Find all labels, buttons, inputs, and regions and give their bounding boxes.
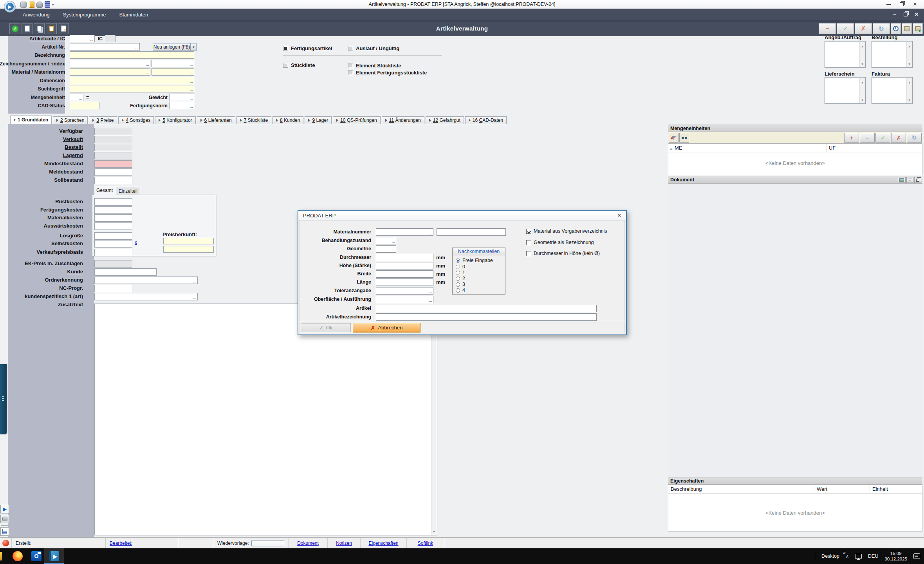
breite-input[interactable] <box>376 270 433 278</box>
dock-tools-button[interactable] <box>0 515 9 523</box>
zeichnungsnummer-input[interactable] <box>70 60 150 67</box>
element-fertigungsstueckliste-checkbox[interactable] <box>348 70 353 75</box>
cancel-row-button[interactable] <box>891 133 906 143</box>
kunde-input[interactable] <box>94 268 157 276</box>
laenge-input[interactable] <box>376 278 433 286</box>
scroll-down-icon[interactable] <box>908 96 911 102</box>
tab-stueckliste[interactable]: 7 Stückliste <box>236 116 271 124</box>
package-button[interactable] <box>902 23 912 34</box>
listbox-scrollbar[interactable] <box>859 78 865 103</box>
bestellt-field[interactable] <box>94 144 132 151</box>
gewicht-input[interactable] <box>169 94 194 101</box>
materialnorm-input[interactable] <box>152 68 194 76</box>
language-indicator[interactable]: DEU <box>868 553 878 559</box>
bezeichnung-input[interactable] <box>70 51 194 59</box>
radio-2[interactable]: 2 <box>456 276 465 281</box>
mdi-restore-button[interactable] <box>901 11 911 18</box>
artikelbezeichnung-input[interactable] <box>376 313 597 321</box>
selbstkosten-field[interactable] <box>94 240 132 248</box>
fertigungsartikel-checkbox[interactable] <box>283 46 288 51</box>
network-icon[interactable] <box>855 554 862 559</box>
menu-anwendung[interactable]: Anwendung <box>23 12 50 18</box>
restore-button[interactable] <box>895 0 908 9</box>
menu-stammdaten[interactable]: Stammdaten <box>119 12 148 18</box>
softlink-link[interactable]: Softlink <box>418 540 433 546</box>
cad-status-input[interactable] <box>70 102 99 109</box>
desktop-button[interactable]: Desktop » <box>821 553 839 559</box>
mindestbestand-field[interactable] <box>94 160 132 168</box>
ek-preis-field[interactable] <box>94 260 132 268</box>
auslauf-checkbox[interactable] <box>348 46 353 51</box>
artikelcode-input[interactable] <box>70 35 95 42</box>
behandlungszustand-input[interactable] <box>376 237 396 244</box>
collapse-button[interactable] <box>906 177 913 183</box>
ic-field[interactable] <box>105 35 116 42</box>
dock-play-button[interactable]: ▶ <box>0 505 9 513</box>
listbox-scrollbar[interactable] <box>859 42 865 67</box>
notizen-link[interactable]: Notizen <box>336 540 352 546</box>
tab-cad-daten[interactable]: 16 CAD-Daten <box>465 116 507 124</box>
prodat-taskbar-button[interactable]: ▶ <box>44 548 64 564</box>
record-remove-button[interactable] <box>819 23 836 34</box>
oberflaeche-input[interactable] <box>376 296 433 303</box>
tab-aenderungen[interactable]: 11 Änderungen <box>382 116 424 124</box>
scroll-up-icon[interactable] <box>861 43 864 49</box>
bearbeitet-link[interactable]: Bearbeitet: <box>110 540 132 546</box>
materialnummer-input-2[interactable] <box>437 228 506 236</box>
wiedervorlage-input[interactable] <box>251 540 284 546</box>
record-cancel-button[interactable] <box>855 23 872 34</box>
notebook-icon[interactable] <box>29 2 34 8</box>
tab-lieferanten[interactable]: 6 Lieferanten <box>197 116 235 124</box>
toleranzangabe-input[interactable] <box>376 287 433 295</box>
scroll-up-icon[interactable] <box>908 79 911 85</box>
tab-qs-pruefungen[interactable]: 10 QS-Prüfungen <box>333 116 380 124</box>
scroll-up-icon[interactable] <box>908 43 911 49</box>
mengeneinheit-input[interactable] <box>70 94 83 101</box>
neu-anlegen-button[interactable]: Neu anlegen (F8) <box>153 43 191 51</box>
taskbar-edge-icon[interactable] <box>0 552 2 560</box>
tray-expand-icon[interactable]: ∧ <box>846 554 849 559</box>
record-refresh-button[interactable] <box>873 23 890 34</box>
scroll-down-icon[interactable] <box>433 528 435 534</box>
cancel-button[interactable]: Abbrechen <box>353 323 420 333</box>
scroll-up-icon[interactable] <box>861 79 864 85</box>
angebot-auftrag-listbox[interactable] <box>825 41 866 68</box>
artikel-nr-input[interactable] <box>70 43 140 51</box>
verkaufspreisbasis-field[interactable] <box>94 249 132 256</box>
scroll-down-icon[interactable] <box>861 60 864 66</box>
zusatztext-scrollbar[interactable] <box>431 304 437 535</box>
dialog-titlebar[interactable]: PRODAT ERP <box>298 211 626 220</box>
tab-lager[interactable]: 9 Lager <box>305 116 332 124</box>
tab-kunden[interactable]: 8 Kunden <box>273 116 303 124</box>
materialnummer-input[interactable] <box>376 228 433 236</box>
dokument-link[interactable]: Dokument <box>297 540 319 546</box>
minimize-button[interactable] <box>882 0 895 9</box>
ruestkosten-field[interactable] <box>94 198 132 206</box>
apply-row-button[interactable] <box>875 133 890 143</box>
menu-systemprogramme[interactable]: Systemprogramme <box>63 12 106 18</box>
refresh-rows-button[interactable] <box>907 133 922 143</box>
durchmesser-input[interactable] <box>376 254 433 261</box>
firefox-icon[interactable] <box>13 551 23 561</box>
lieferschein-listbox[interactable] <box>825 77 866 104</box>
prodat-logo-icon[interactable]: ▶ <box>4 1 16 13</box>
radio-0[interactable]: 0 <box>456 264 465 269</box>
zusatztext-input[interactable] <box>94 304 437 535</box>
materialkosten-field[interactable] <box>94 214 132 222</box>
history-button[interactable] <box>891 23 901 34</box>
record-apply-button[interactable] <box>837 23 854 34</box>
quick-access-dropdown-icon[interactable] <box>52 3 54 7</box>
selbstkosten-clear-link[interactable]: x <box>135 240 137 245</box>
meldebestand-field[interactable] <box>94 168 132 176</box>
detach-button[interactable] <box>914 177 921 183</box>
suchbegriff-input[interactable] <box>70 85 194 92</box>
mdi-minimize-button[interactable] <box>890 11 900 18</box>
package-run-button[interactable]: ▶ <box>913 23 923 34</box>
tab-gefahrgut[interactable]: 12 Gefahrgut <box>426 116 464 124</box>
auswaertskosten-field[interactable] <box>94 222 132 230</box>
lagernd-field[interactable] <box>94 152 132 159</box>
artikel-input[interactable] <box>376 305 597 312</box>
ordnerkennung-input[interactable] <box>94 277 198 284</box>
hoehe-input[interactable] <box>376 262 433 269</box>
material-input[interactable] <box>70 68 150 76</box>
